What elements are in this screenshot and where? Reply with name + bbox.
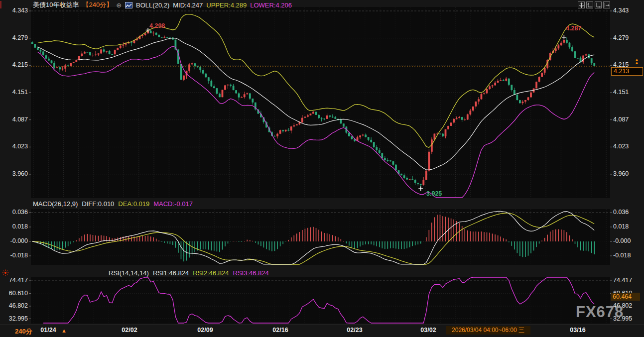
boll-lower-value: LOWER:4.206 <box>250 1 292 9</box>
main-ytick: 4.087 <box>0 116 28 123</box>
low-annotation: 3.925 <box>426 190 442 197</box>
price-up-arrows-icon: ▲▲ <box>635 58 639 64</box>
hovered-candle-time-tag: 2026/03/04 04:00~06:00 三 <box>446 326 530 335</box>
chart-toolbar <box>578 1 610 8</box>
macd-params-label: MACD(26,12,9) <box>33 200 78 208</box>
rsi-ytick: 32.995 <box>0 315 28 322</box>
timeframe-badge[interactable]: 240分 <box>15 327 32 336</box>
macd-diff-value: DIFF:0.010 <box>82 200 114 208</box>
macd-ytick-r: 0.018 <box>613 223 629 230</box>
macd-ytick-r: 0.036 <box>613 209 629 216</box>
rsi-ytick: 60.610 <box>0 290 28 297</box>
main-ytick-r: 4.023 <box>613 143 629 150</box>
xtick: 01/24 <box>40 327 56 334</box>
high-annotation-left: 4.298 <box>149 22 165 29</box>
xtick: 02/09 <box>197 327 213 334</box>
main-ytick-r: 4.151 <box>613 89 629 96</box>
rsi-header: RSI(14,14,14) RSI1:46.824 RSI2:46.824 RS… <box>109 269 269 277</box>
xtick: 03/02 <box>420 327 436 334</box>
price-scale-icon[interactable] <box>586 1 593 8</box>
timeframe-label[interactable]: 【240分】 <box>82 0 113 9</box>
instrument-title: 美债10年收益率 <box>33 0 79 9</box>
xtick: 02/02 <box>122 327 137 334</box>
main-ytick-r: 4.087 <box>613 116 629 123</box>
main-ytick-r: 3.960 <box>613 170 629 177</box>
macd-ytick: -0.000 <box>0 237 28 244</box>
boll-params-label: BOLL(20,2) <box>136 1 169 9</box>
macd-ytick: -0.018 <box>0 252 28 259</box>
shift-right-icon[interactable] <box>603 1 610 8</box>
chart-canvas[interactable] <box>0 0 644 337</box>
add-indicator-icon[interactable]: ⊕ <box>116 1 122 9</box>
chart-header: 美债10年收益率 【240分】 ⊕ BOLL(20,2) MID:4.247 U… <box>33 1 292 9</box>
boll-upper-value: UPPER:4.289 <box>206 1 247 9</box>
rsi3-value: RSI3:46.824 <box>233 269 269 277</box>
main-ytick: 3.960 <box>0 170 28 177</box>
axis-separator <box>0 324 644 325</box>
main-ytick-r: 4.343 <box>613 7 629 14</box>
macd-macd-value: MACD:-0.017 <box>153 200 193 208</box>
macd-dea-value: DEA:0.019 <box>118 200 149 208</box>
main-ytick: 4.023 <box>0 143 28 150</box>
main-ytick: 4.215 <box>0 61 28 68</box>
high-annotation-right: 4.287 <box>566 25 581 32</box>
main-ytick: 4.343 <box>0 7 28 14</box>
xtick: 02/23 <box>347 327 362 334</box>
timeframe-badge-arrow[interactable]: ▲ <box>61 328 67 334</box>
time-scale-icon[interactable] <box>595 1 602 8</box>
last-price-tag: 4.213 <box>611 67 643 76</box>
main-ytick: 4.151 <box>0 89 28 96</box>
brand-watermark: FX678 <box>576 303 624 321</box>
macd-header: MACD(26,12,9) DIFF:0.010 DEA:0.019 MACD:… <box>33 200 193 208</box>
macd-ytick-r: -0.000 <box>613 237 631 244</box>
xtick: 02/16 <box>272 327 288 334</box>
rsi-ytick-r: 74.417 <box>613 277 632 284</box>
macd-ytick-r: -0.018 <box>613 252 631 259</box>
trading-chart-window: 美债10年收益率 【240分】 ⊕ BOLL(20,2) MID:4.247 U… <box>0 0 644 337</box>
rsi2-value: RSI2:46.824 <box>193 269 229 277</box>
rsi-ytick: 74.417 <box>0 277 28 284</box>
xtick: 03/16 <box>570 327 585 334</box>
rsi1-value: RSI1:46.824 <box>153 269 189 277</box>
boll-mid-value: MID:4.247 <box>173 1 203 9</box>
pan-icon[interactable] <box>578 1 585 8</box>
rsi-params-label: RSI(14,14,14) <box>109 269 149 277</box>
boll-indicator-icon[interactable] <box>125 2 132 8</box>
macd-ytick: 0.036 <box>0 209 28 216</box>
rsi-ytick: 46.802 <box>0 302 28 309</box>
rsi-value-tag: 60.464 <box>611 293 640 301</box>
main-ytick-r: 4.279 <box>613 34 629 41</box>
main-ytick: 4.279 <box>0 34 28 41</box>
macd-ytick: 0.018 <box>0 223 28 230</box>
